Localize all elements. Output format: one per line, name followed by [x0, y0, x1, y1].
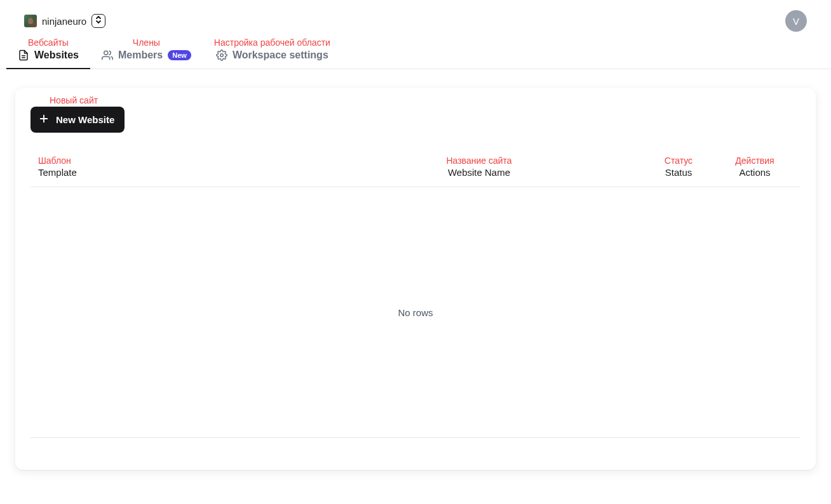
main: Новый сайт New Website Шаблон Template — [0, 69, 831, 485]
tab-members[interactable]: Члены Members New — [90, 37, 203, 69]
column-annotation: Статус — [665, 156, 692, 166]
nav-tabs: Вебсайты Websites Члены — [0, 37, 831, 69]
users-icon — [102, 50, 113, 61]
tab-annotation: Вебсайты — [28, 37, 69, 48]
new-website-annotation: Новый сайт — [30, 95, 125, 105]
plus-icon — [38, 113, 50, 126]
column-label: Actions — [739, 167, 770, 178]
workspace-logo — [24, 15, 37, 27]
empty-state-text: No rows — [398, 307, 433, 318]
table-header: Шаблон Template Название сайта Website N… — [30, 156, 801, 187]
column-label: Template — [38, 167, 318, 178]
column-actions: Действия Actions — [717, 156, 793, 178]
column-label: Website Name — [448, 167, 510, 178]
gear-icon — [216, 50, 227, 61]
column-status: Статус Status — [640, 156, 717, 178]
tab-label: Websites — [34, 50, 79, 61]
new-website-label: New Website — [56, 114, 114, 125]
tab-annotation: Настройка рабочей области — [214, 37, 330, 48]
workspace-name: ninjaneuro — [42, 16, 86, 27]
tab-annotation: Члены — [133, 37, 160, 48]
column-annotation: Название сайта — [446, 156, 511, 166]
column-template: Шаблон Template — [38, 156, 318, 178]
column-annotation: Шаблон — [38, 156, 318, 166]
card-head: Новый сайт New Website — [15, 88, 816, 144]
column-label: Status — [665, 167, 692, 178]
user-avatar[interactable]: V — [785, 10, 807, 32]
workspace-dropdown-button[interactable] — [91, 14, 105, 28]
websites-card: Новый сайт New Website Шаблон Template — [15, 88, 816, 470]
column-website-name: Название сайта Website Name — [318, 156, 640, 178]
tab-websites[interactable]: Вебсайты Websites — [6, 37, 90, 69]
new-badge: New — [168, 50, 191, 60]
tab-label: Members — [118, 50, 163, 61]
document-icon — [18, 50, 29, 61]
workspace-switcher[interactable]: ninjaneuro — [24, 14, 105, 28]
tab-label: Workspace settings — [233, 50, 328, 61]
chevron-up-down-icon — [95, 15, 102, 27]
table-body: No rows — [30, 187, 801, 438]
column-annotation: Действия — [735, 156, 774, 166]
tab-workspace-settings[interactable]: Настройка рабочей области Workspace sett… — [203, 37, 342, 69]
avatar-initial: V — [793, 16, 799, 27]
svg-point-2 — [104, 51, 108, 55]
websites-table: Шаблон Template Название сайта Website N… — [15, 144, 816, 438]
svg-point-3 — [220, 54, 224, 57]
header: ninjaneuro V — [0, 0, 831, 37]
new-website-button[interactable]: New Website — [30, 107, 125, 133]
